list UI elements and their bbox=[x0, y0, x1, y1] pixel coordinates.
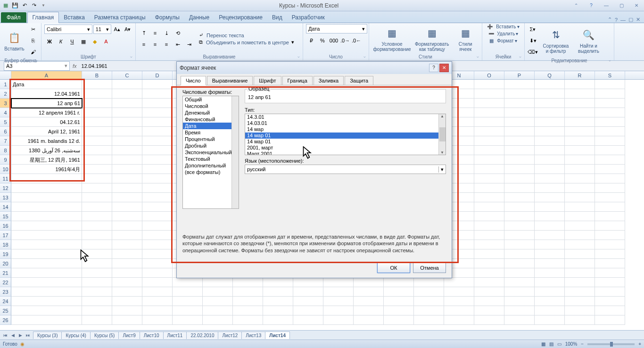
cell[interactable] bbox=[293, 287, 323, 297]
cell[interactable] bbox=[504, 117, 535, 127]
cell[interactable] bbox=[595, 278, 625, 287]
font-name-combo[interactable]: Calibri▾ bbox=[44, 25, 92, 34]
cell[interactable] bbox=[595, 297, 625, 306]
cell[interactable] bbox=[11, 193, 82, 202]
row-header[interactable]: 24 bbox=[0, 297, 11, 306]
cell-styles-button[interactable]: ▦Стили ячеек bbox=[452, 25, 479, 53]
column-header[interactable]: Q bbox=[535, 71, 565, 79]
cell[interactable] bbox=[595, 231, 625, 240]
dialog-close-icon[interactable]: ✕ bbox=[439, 64, 449, 72]
cell[interactable] bbox=[142, 108, 173, 117]
cell[interactable] bbox=[112, 174, 142, 183]
cell[interactable] bbox=[142, 306, 173, 315]
cell[interactable] bbox=[354, 278, 384, 287]
column-header[interactable]: S bbox=[595, 71, 625, 79]
cell[interactable] bbox=[504, 108, 535, 117]
cell[interactable] bbox=[474, 108, 504, 117]
cell[interactable]: 12 апр 61 bbox=[11, 99, 82, 108]
row-header[interactable]: 11 bbox=[0, 174, 11, 183]
cell[interactable] bbox=[535, 268, 565, 278]
save-icon[interactable]: 💾 bbox=[11, 2, 19, 9]
cell[interactable] bbox=[112, 268, 142, 278]
cell[interactable] bbox=[203, 315, 233, 325]
row-header[interactable]: 25 bbox=[0, 306, 11, 315]
cell[interactable] bbox=[112, 287, 142, 297]
scrollbar[interactable] bbox=[231, 96, 239, 208]
cell[interactable]: 1961年4月 bbox=[11, 165, 82, 174]
insert-cells-button[interactable]: ➕ Вставить▾ bbox=[487, 24, 519, 29]
cell[interactable] bbox=[112, 80, 142, 89]
cell[interactable] bbox=[565, 297, 595, 306]
cell[interactable] bbox=[504, 146, 535, 155]
cell[interactable] bbox=[595, 306, 625, 315]
cell[interactable]: 12.04.1961 bbox=[11, 89, 82, 99]
tab-view[interactable]: Вид bbox=[267, 12, 287, 23]
cell[interactable] bbox=[11, 268, 82, 278]
cell[interactable]: 04.12.61 bbox=[11, 117, 82, 127]
cell[interactable] bbox=[504, 278, 535, 287]
cell[interactable] bbox=[82, 259, 112, 268]
cell[interactable] bbox=[565, 212, 595, 221]
column-header[interactable]: C bbox=[112, 71, 142, 79]
cell[interactable] bbox=[504, 89, 535, 99]
macro-record-icon[interactable]: ◉ bbox=[20, 341, 25, 347]
align-right-icon[interactable]: ≡ bbox=[161, 39, 172, 50]
fill-icon[interactable]: ⬇▾ bbox=[528, 35, 538, 46]
view-page-layout-icon[interactable]: ▤ bbox=[549, 341, 553, 347]
cell[interactable] bbox=[82, 231, 112, 240]
cell[interactable] bbox=[474, 202, 504, 212]
cell[interactable] bbox=[263, 315, 293, 325]
cell[interactable] bbox=[414, 287, 444, 297]
row-header[interactable]: 17 bbox=[0, 231, 11, 240]
cell[interactable] bbox=[444, 287, 474, 297]
cell[interactable] bbox=[595, 268, 625, 278]
cell[interactable] bbox=[112, 202, 142, 212]
cell[interactable] bbox=[595, 80, 625, 89]
cell[interactable] bbox=[474, 80, 504, 89]
cell[interactable] bbox=[474, 165, 504, 174]
cell[interactable] bbox=[474, 231, 504, 240]
minimize-ribbon-icon[interactable]: ⌃ bbox=[570, 2, 582, 9]
cell[interactable] bbox=[142, 136, 173, 146]
cell[interactable] bbox=[565, 183, 595, 193]
cell[interactable] bbox=[595, 221, 625, 231]
column-header[interactable]: D bbox=[142, 71, 173, 79]
increase-indent-icon[interactable]: ⇥ bbox=[184, 39, 194, 50]
fx-icon[interactable]: fx bbox=[73, 63, 77, 69]
category-item[interactable]: Денежный bbox=[183, 109, 239, 116]
cell[interactable] bbox=[504, 165, 535, 174]
maximize-icon[interactable]: ▢ bbox=[616, 2, 627, 9]
cell[interactable] bbox=[565, 165, 595, 174]
cell[interactable] bbox=[142, 259, 173, 268]
cell[interactable] bbox=[11, 287, 82, 297]
cell[interactable] bbox=[384, 278, 414, 287]
comma-button[interactable]: 000 bbox=[329, 35, 339, 46]
cell[interactable] bbox=[595, 108, 625, 117]
cell[interactable] bbox=[112, 259, 142, 268]
cell[interactable] bbox=[565, 268, 595, 278]
cell[interactable] bbox=[565, 146, 595, 155]
cell[interactable] bbox=[535, 127, 565, 136]
cell[interactable] bbox=[474, 315, 504, 325]
cell[interactable] bbox=[474, 136, 504, 146]
cell[interactable] bbox=[474, 278, 504, 287]
cell[interactable] bbox=[142, 221, 173, 231]
cut-icon[interactable]: ✂ bbox=[28, 24, 38, 34]
row-header[interactable]: 19 bbox=[0, 249, 11, 259]
category-item[interactable]: Текстовый bbox=[183, 156, 239, 162]
cell[interactable] bbox=[112, 278, 142, 287]
cell[interactable] bbox=[444, 315, 474, 325]
cell[interactable] bbox=[112, 155, 142, 165]
column-header[interactable]: P bbox=[504, 71, 535, 79]
cell[interactable] bbox=[142, 297, 173, 306]
cell[interactable] bbox=[112, 99, 142, 108]
row-header[interactable]: 6 bbox=[0, 127, 11, 136]
type-item[interactable]: 14 мар bbox=[245, 126, 446, 133]
cell[interactable] bbox=[203, 297, 233, 306]
row-header[interactable]: 3 bbox=[0, 99, 11, 108]
type-item[interactable]: 14 мар 01 bbox=[245, 133, 446, 139]
cell[interactable] bbox=[565, 127, 595, 136]
wrap-text-button[interactable]: ⤶ Перенос текста bbox=[199, 32, 294, 38]
cell[interactable] bbox=[565, 287, 595, 297]
cell[interactable]: Дата bbox=[11, 80, 82, 89]
